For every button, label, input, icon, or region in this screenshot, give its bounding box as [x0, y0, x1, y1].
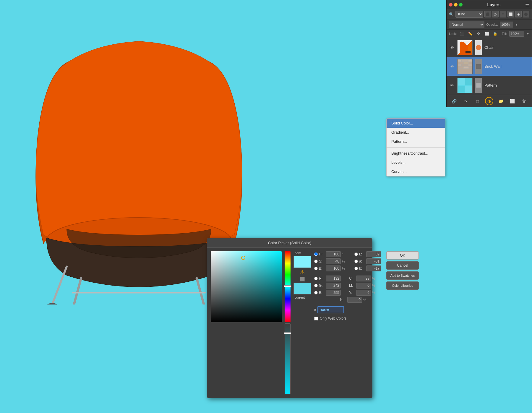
- saturation-radio[interactable]: [314, 260, 318, 263]
- svg-line-2: [197, 278, 205, 305]
- K-value-input[interactable]: [347, 297, 362, 303]
- fill-input[interactable]: [509, 31, 524, 37]
- lock-transparent-btn[interactable]: ⬛: [459, 31, 465, 37]
- hex-input[interactable]: [317, 306, 344, 313]
- saturation-row: S: % a:: [314, 258, 381, 264]
- layer-item-pattern[interactable]: 👁 Pattern: [447, 76, 532, 95]
- L-value-input[interactable]: [366, 251, 381, 257]
- color-values-panel: H: ° L: S: % a: B:: [314, 251, 381, 320]
- saturation-brightness-selector[interactable]: [211, 251, 282, 322]
- minimize-window-button[interactable]: [454, 3, 458, 7]
- alpha-slider[interactable]: [285, 323, 291, 394]
- only-web-colors-checkbox[interactable]: [314, 317, 318, 320]
- dropdown-item-brightness[interactable]: Brightness/Contrast...: [387, 149, 445, 158]
- a-value-input[interactable]: [366, 258, 381, 264]
- delete-layer-button[interactable]: 🗑: [520, 97, 528, 105]
- layers-panel: Layers ☰ 🔍 Kind ⬛ ◎ T ⬜ ◈ ⚫ Normal Multi…: [446, 0, 532, 107]
- L-radio[interactable]: [354, 252, 358, 256]
- lock-position-btn[interactable]: ✛: [476, 31, 481, 37]
- a-radio[interactable]: [354, 260, 358, 263]
- svg-rect-22: [463, 67, 468, 69]
- lock-label: Lock:: [449, 32, 457, 35]
- svg-rect-14: [468, 59, 472, 61]
- saturation-value-input[interactable]: [326, 258, 341, 264]
- cancel-button[interactable]: Cancel: [386, 261, 419, 270]
- hex-label: #: [314, 308, 316, 312]
- hue-value-input[interactable]: [326, 251, 341, 257]
- layer-effects-button[interactable]: fx: [462, 97, 470, 105]
- layers-blend-row: Normal Multiply Screen Opacity: ▼: [447, 20, 532, 30]
- link-layers-button[interactable]: 🔗: [450, 97, 458, 105]
- close-window-button[interactable]: [449, 3, 452, 7]
- svg-rect-28: [465, 85, 472, 92]
- red-row: R: C: %: [314, 276, 381, 281]
- layer-visibility-chair[interactable]: 👁: [449, 45, 455, 51]
- green-row: G: M: %: [314, 283, 381, 289]
- new-group-button[interactable]: 📁: [497, 97, 505, 105]
- gamut-warning-icon[interactable]: ⚠: [300, 269, 305, 276]
- hue-alpha-sliders: [285, 251, 291, 394]
- filter-smart-btn[interactable]: ◈: [515, 11, 522, 17]
- blend-mode-select[interactable]: Normal Multiply Screen: [449, 21, 484, 28]
- layer-visibility-brickwall[interactable]: 👁: [449, 64, 455, 69]
- b-radio[interactable]: [354, 267, 358, 270]
- brightness-value-input[interactable]: [326, 265, 341, 271]
- svg-rect-12: [458, 59, 461, 61]
- C-value-input[interactable]: [356, 276, 371, 281]
- filter-pixel-btn[interactable]: ⬛: [484, 11, 491, 17]
- maximize-window-button[interactable]: [459, 3, 463, 7]
- blue-label: B:: [319, 291, 325, 295]
- ok-button[interactable]: OK: [386, 251, 419, 260]
- opacity-input[interactable]: [500, 22, 513, 27]
- layers-menu-icon[interactable]: ☰: [525, 2, 529, 7]
- kind-filter-select[interactable]: Kind: [455, 11, 483, 18]
- blue-value-input[interactable]: [326, 290, 341, 296]
- dropdown-item-gradient[interactable]: Gradient...: [387, 128, 445, 137]
- b-value-input[interactable]: [366, 265, 381, 271]
- lock-artboard-btn[interactable]: ⬜: [484, 31, 490, 37]
- brightness-radio[interactable]: [314, 267, 318, 270]
- lock-image-btn[interactable]: ✏️: [467, 31, 473, 37]
- window-controls: [449, 3, 463, 7]
- red-value-input[interactable]: [326, 276, 341, 281]
- filter-type-btn[interactable]: T: [500, 11, 506, 17]
- layer-mask-button[interactable]: ◻: [473, 97, 482, 105]
- search-icon: 🔍: [449, 12, 454, 17]
- layer-thumb-pattern: [457, 78, 473, 93]
- new-color-swatch[interactable]: [293, 256, 311, 268]
- layer-item-brickwall[interactable]: 👁 Brick Wall: [447, 57, 532, 76]
- red-radio[interactable]: [314, 277, 318, 280]
- filter-adjustment-btn[interactable]: ◎: [492, 11, 499, 17]
- layer-visibility-pattern[interactable]: 👁: [449, 82, 455, 88]
- hue-slider-thumb: [284, 285, 291, 287]
- Y-value-input[interactable]: [356, 290, 371, 296]
- M-value-input[interactable]: [356, 283, 371, 289]
- web-color-indicator[interactable]: [300, 277, 305, 281]
- filter-shape-btn[interactable]: ⬜: [507, 11, 514, 17]
- C-label: C:: [349, 276, 355, 281]
- green-value-input[interactable]: [326, 283, 341, 289]
- new-adjustment-button[interactable]: ◑: [485, 97, 493, 105]
- layer-mask-chair: [475, 40, 482, 55]
- brightness-label: B:: [319, 266, 325, 271]
- blue-radio[interactable]: [314, 291, 318, 294]
- dropdown-item-levels[interactable]: Levels...: [387, 158, 445, 167]
- hue-slider[interactable]: [285, 251, 291, 322]
- lock-all-btn[interactable]: 🔒: [492, 31, 498, 37]
- fill-label: Fill:: [502, 32, 507, 35]
- new-color-label: new: [295, 251, 301, 255]
- filter-toggle-btn[interactable]: ⚫: [523, 11, 529, 17]
- hue-radio[interactable]: [314, 252, 318, 256]
- dropdown-item-pattern[interactable]: Pattern...: [387, 137, 445, 146]
- dropdown-item-solid-color[interactable]: Solid Color...: [387, 119, 445, 128]
- layer-item-chair[interactable]: 👁 Chair: [447, 38, 532, 57]
- add-to-swatches-button[interactable]: Add to Swatches: [386, 271, 419, 280]
- red-label: R:: [319, 276, 325, 281]
- color-libraries-button[interactable]: Color Libraries: [386, 281, 419, 290]
- dropdown-divider-1: [387, 147, 445, 148]
- new-layer-button[interactable]: ⬜: [508, 97, 517, 105]
- dropdown-item-curves[interactable]: Curves...: [387, 167, 445, 176]
- green-radio[interactable]: [314, 284, 318, 287]
- K-row: K: %: [314, 297, 381, 303]
- sb-selector-handle[interactable]: [241, 256, 245, 260]
